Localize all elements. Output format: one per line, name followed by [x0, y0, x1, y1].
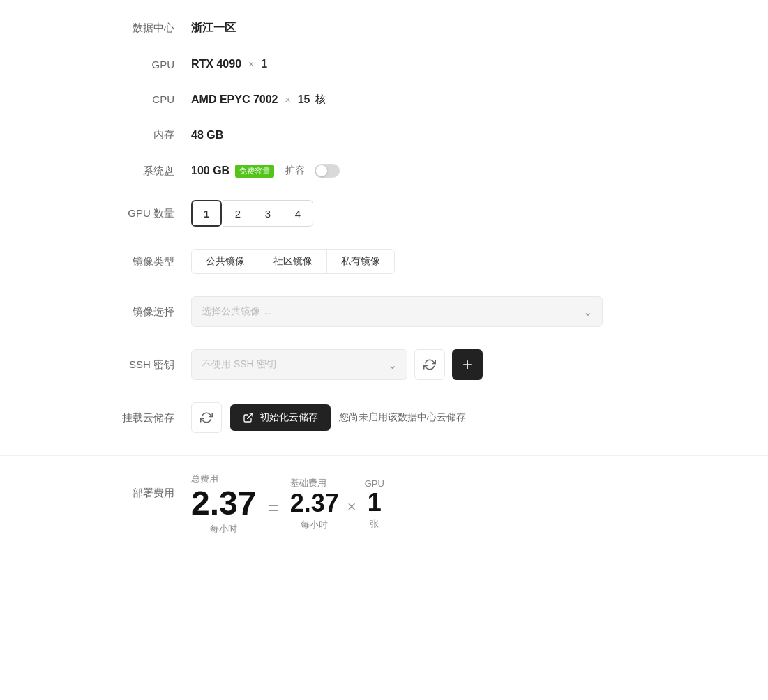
- svg-line-0: [248, 413, 253, 418]
- ssh-key-label: SSH 密钥: [112, 358, 174, 372]
- cpu-label: CPU: [112, 93, 174, 105]
- gpu-count-label: GPU 数量: [112, 207, 174, 220]
- cost-section: 部署费用 总费用 2.37 每小时 = 基础费用 2.37 每小时 × GPU …: [0, 473, 768, 535]
- image-type-group: 公共镜像 社区镜像 私有镜像: [191, 249, 395, 274]
- total-cost-value: 2.37: [191, 487, 256, 520]
- image-type-private[interactable]: 私有镜像: [327, 250, 394, 273]
- cpu-unit: 核: [315, 93, 326, 106]
- total-cost-label: 总费用: [191, 473, 218, 485]
- ssh-chevron-icon: ⌄: [388, 358, 397, 372]
- external-link-icon: [243, 412, 254, 423]
- cloud-storage-row: 挂载云储存 初始化云储存 您尚未启: [112, 402, 656, 433]
- image-type-label: 镜像类型: [112, 255, 174, 268]
- ssh-select-dropdown[interactable]: 不使用 SSH 密钥 ⌄: [191, 349, 407, 380]
- total-per-hour: 每小时: [210, 523, 237, 535]
- storage-row-content: 初始化云储存 您尚未启用该数据中心云储存: [191, 402, 466, 433]
- ssh-select-placeholder: 不使用 SSH 密钥: [202, 358, 276, 371]
- image-type-row: 镜像类型 公共镜像 社区镜像 私有镜像: [112, 249, 656, 274]
- divider: [0, 455, 768, 456]
- init-storage-label: 初始化云储存: [259, 411, 318, 424]
- gpu-value: RTX 4090 × 1: [191, 58, 267, 70]
- gpu-count-btn-2[interactable]: 2: [223, 200, 253, 227]
- systemdisk-badge: 免费容量: [235, 165, 274, 178]
- gpu-multiply: ×: [248, 59, 254, 70]
- cpu-model: AMD EPYC 7002: [191, 93, 278, 106]
- memory-value-text: 48 GB: [191, 129, 223, 142]
- gpu-cost-label: GPU: [365, 478, 384, 489]
- image-type-community[interactable]: 社区镜像: [259, 250, 327, 273]
- refresh-icon: [423, 358, 436, 371]
- systemdisk-label: 系统盘: [112, 165, 174, 178]
- memory-row: 内存 48 GB: [112, 128, 656, 142]
- image-type-public[interactable]: 公共镜像: [192, 250, 259, 273]
- base-per-hour: 每小时: [301, 519, 328, 531]
- gpu-model: RTX 4090: [191, 58, 241, 70]
- gpu-row: GPU RTX 4090 × 1: [112, 58, 656, 70]
- datacenter-row: 数据中心 浙江一区: [112, 21, 656, 36]
- gpu-cost-unit: 张: [370, 518, 379, 531]
- expand-toggle[interactable]: [315, 164, 340, 178]
- total-cost-block: 总费用 2.37 每小时: [191, 473, 256, 535]
- memory-value: 48 GB: [191, 129, 223, 142]
- ssh-key-row: SSH 密钥 不使用 SSH 密钥 ⌄ +: [112, 349, 656, 380]
- gpu-cost-block: GPU 1 张: [365, 478, 384, 531]
- ssh-refresh-button[interactable]: [414, 349, 445, 380]
- gpu-count-btn-4[interactable]: 4: [283, 200, 313, 227]
- gpu-count-btn-3[interactable]: 3: [253, 200, 283, 227]
- image-select-label: 镜像选择: [112, 305, 174, 319]
- cost-label: 部署费用: [112, 473, 174, 500]
- gpu-count-btn-1[interactable]: 1: [191, 200, 222, 227]
- image-select-dropdown[interactable]: 选择公共镜像 ... ⌄: [191, 296, 603, 327]
- datacenter-label: 数据中心: [112, 22, 174, 35]
- equals-operator: =: [256, 489, 289, 519]
- cpu-multiply: ×: [285, 94, 291, 105]
- cpu-count: 15: [298, 93, 310, 106]
- storage-tip: 您尚未启用该数据中心云储存: [339, 411, 466, 424]
- init-storage-button[interactable]: 初始化云储存: [230, 404, 331, 431]
- gpu-count-group: 1 2 3 4: [191, 200, 313, 227]
- gpu-count-row: GPU 数量 1 2 3 4: [112, 200, 656, 227]
- ssh-add-button[interactable]: +: [452, 349, 483, 380]
- datacenter-value-text: 浙江一区: [191, 21, 236, 36]
- gpu-label: GPU: [112, 59, 174, 70]
- datacenter-value: 浙江一区: [191, 21, 236, 36]
- gpu-cost-value: 1: [368, 490, 382, 515]
- cloud-storage-label: 挂载云储存: [112, 411, 174, 425]
- memory-label: 内存: [112, 128, 174, 142]
- systemdisk-row: 系统盘 100 GB 免费容量 扩容: [112, 164, 656, 178]
- expand-label: 扩容: [285, 165, 305, 177]
- plus-icon: +: [462, 356, 472, 373]
- multiply-operator: ×: [339, 492, 365, 516]
- ssh-row-content: 不使用 SSH 密钥 ⌄ +: [191, 349, 483, 380]
- storage-refresh-icon: [200, 411, 213, 424]
- gpu-count: 1: [261, 58, 267, 70]
- image-select-row: 镜像选择 选择公共镜像 ... ⌄: [112, 296, 656, 327]
- cost-content: 总费用 2.37 每小时 = 基础费用 2.37 每小时 × GPU 1 张: [191, 473, 384, 535]
- cpu-value: AMD EPYC 7002 × 15 核: [191, 93, 326, 106]
- systemdisk-size: 100 GB: [191, 165, 229, 177]
- systemdisk-value: 100 GB 免费容量 扩容: [191, 164, 340, 178]
- image-select-placeholder: 选择公共镜像 ...: [202, 305, 271, 318]
- base-cost-label: 基础费用: [290, 477, 326, 489]
- storage-refresh-button[interactable]: [191, 402, 222, 433]
- base-cost-value: 2.37: [290, 491, 339, 516]
- form-section: 数据中心 浙江一区 GPU RTX 4090 × 1 CPU AMD EPYC …: [0, 21, 768, 433]
- cpu-row: CPU AMD EPYC 7002 × 15 核: [112, 93, 656, 106]
- chevron-down-icon: ⌄: [583, 305, 592, 319]
- base-cost-block: 基础费用 2.37 每小时: [290, 477, 339, 531]
- page-container: 数据中心 浙江一区 GPU RTX 4090 × 1 CPU AMD EPYC …: [0, 0, 768, 556]
